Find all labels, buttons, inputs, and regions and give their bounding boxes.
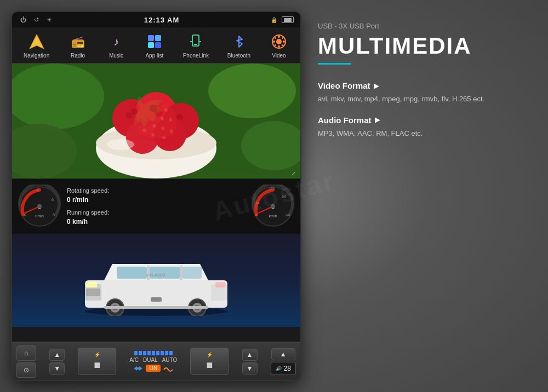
svg-text:8: 8 — [53, 213, 55, 217]
brightness-icon: ☀ — [45, 15, 54, 24]
refresh-icon: ↺ — [32, 15, 41, 24]
home-button[interactable]: ⌂ — [16, 345, 36, 361]
sidebar-item-navigation[interactable]: Navigation — [20, 31, 53, 60]
bottom-controls: ⌂ ⊙ ▲ ▼ ⚡ ■ — [12, 342, 300, 380]
svg-text:240: 240 — [286, 214, 290, 217]
volume-value: 28 — [284, 365, 291, 372]
sidebar-item-applist[interactable]: App list — [141, 31, 168, 60]
svg-rect-66 — [86, 282, 97, 287]
svg-text:0: 0 — [24, 213, 26, 217]
svg-rect-62 — [180, 266, 182, 280]
car-screen: ⏻ ↺ ☀ 12:13 AM 🔒 Navigation — [11, 11, 301, 381]
audio-format-section: Audio Format ▶ MP3, WMA, AAC, RM, FLAC e… — [318, 116, 532, 139]
audio-format-list: MP3, WMA, AAC, RM, FLAC etc. — [318, 128, 532, 139]
title-underline — [318, 63, 351, 65]
svg-point-33 — [150, 105, 157, 112]
right-temp-display: ⚡ ■ — [190, 348, 229, 375]
multimedia-title: MULTIMEDIA — [318, 34, 532, 57]
info-panel: USB - 3X USB Port MULTIMEDIA Video Forma… — [312, 11, 537, 381]
svg-point-17 — [275, 44, 276, 46]
svg-point-26 — [112, 99, 151, 137]
home-back-group: ⌂ ⊙ — [16, 345, 36, 378]
svg-rect-8 — [194, 44, 197, 45]
svg-rect-57 — [85, 280, 227, 308]
svg-point-12 — [278, 45, 280, 48]
svg-point-29 — [126, 121, 159, 154]
fan-right-down-button[interactable]: ▼ — [242, 362, 258, 374]
navigation-label: Navigation — [24, 53, 49, 59]
video-format-section: Video Format ▶ avi, mkv, mov, mp4, mpeg,… — [318, 81, 532, 105]
heat-icon — [163, 365, 174, 372]
video-label: Video — [272, 53, 286, 59]
sidebar-item-video[interactable]: Video — [266, 31, 292, 60]
gauge-area: 0 4 6 8 0 r/min Rotating speed: — [12, 178, 300, 234]
status-time: 12:13 AM — [144, 16, 180, 24]
svg-text:6: 6 — [52, 198, 54, 201]
battery-icon — [282, 16, 294, 23]
dual-label: DUAL — [143, 357, 158, 363]
svg-point-15 — [275, 37, 276, 39]
svg-point-31 — [125, 112, 132, 119]
rpm-gauge: 0 4 6 8 0 r/min — [18, 185, 61, 228]
svg-point-16 — [282, 37, 283, 39]
back-button[interactable]: ⊙ — [16, 362, 36, 378]
svg-text:km/h: km/h — [269, 214, 277, 218]
sidebar-item-bluetooth[interactable]: Bluetooth — [224, 31, 254, 60]
svg-point-28 — [163, 103, 199, 139]
usb-label: USB - 3X USB Port — [318, 22, 532, 30]
speed-gauge: 0 60 120 180 240 0 km/h — [251, 185, 295, 228]
svg-point-13 — [273, 41, 275, 43]
sidebar-item-radio[interactable]: 📻 Radio — [65, 31, 91, 60]
volume-up-button[interactable]: ▲ — [271, 348, 295, 360]
status-icons-left: ⏻ ↺ ☀ — [19, 15, 54, 24]
svg-point-34 — [155, 109, 163, 117]
video-icon — [269, 32, 289, 51]
nav-bar: Navigation 📻 Radio ♪ Music — [12, 27, 300, 64]
running-speed-label: Running speed: — [67, 209, 246, 216]
lock-icon: 🔒 — [270, 15, 278, 24]
svg-rect-58 — [117, 267, 147, 279]
rotating-speed-label: Rotating speed: — [67, 187, 246, 194]
gauge-info: Rotating speed: 0 r/min Running speed: 0… — [67, 187, 246, 226]
bluetooth-label: Bluetooth — [227, 53, 250, 59]
volume-group: ▲ 🔊 28 — [271, 348, 296, 375]
svg-rect-1 — [148, 35, 154, 41]
volume-display: 🔊 28 — [271, 362, 296, 375]
audio-format-title: Audio Format ▶ — [318, 116, 532, 125]
video-format-list: avi, mkv, mov, mp4, mpeg, mpg, rmvb, flv… — [318, 94, 532, 105]
video-format-title: Video Format ▶ — [318, 81, 532, 90]
ac-icon — [133, 365, 144, 372]
sidebar-item-music[interactable]: ♪ Music — [103, 31, 129, 60]
running-speed-value: 0 km/h — [67, 218, 246, 226]
auto-label: AUTO — [162, 357, 178, 363]
video-play-arrow: ▶ — [374, 82, 379, 90]
status-bar: ⏻ ↺ ☀ 12:13 AM 🔒 — [12, 12, 300, 27]
applist-label: App list — [145, 53, 163, 59]
power-icon: ⏻ — [19, 15, 27, 24]
sidebar-item-phonelink[interactable]: PhoneLink — [180, 31, 212, 60]
rotating-speed-value: 0 r/min — [67, 196, 246, 204]
svg-point-36 — [107, 139, 134, 150]
ac-label: A/C — [129, 357, 139, 363]
ac-controls: A/C DUAL AUTO ON — [129, 351, 177, 372]
svg-point-32 — [131, 108, 138, 115]
svg-rect-4 — [155, 42, 161, 48]
svg-point-27 — [135, 92, 177, 134]
svg-rect-2 — [155, 35, 161, 41]
fan-right-up-button[interactable]: ▲ — [242, 349, 258, 361]
svg-rect-67 — [215, 282, 225, 287]
blue-dots — [134, 351, 173, 355]
svg-rect-64 — [86, 289, 100, 296]
svg-point-21 — [208, 64, 296, 118]
phonelink-label: PhoneLink — [183, 53, 209, 59]
fan-right-group: ▲ ▼ — [242, 349, 258, 374]
svg-text:60: 60 — [256, 201, 260, 205]
navigation-icon — [27, 32, 47, 51]
fan-down-button[interactable]: ▼ — [49, 362, 65, 374]
on-button[interactable]: ON — [146, 365, 161, 372]
phonelink-icon — [186, 32, 206, 51]
fan-up-button[interactable]: ▲ — [49, 349, 65, 361]
fan-left-group: ▲ ▼ — [49, 349, 65, 374]
svg-point-45 — [37, 204, 42, 209]
bluetooth-icon — [229, 32, 249, 51]
